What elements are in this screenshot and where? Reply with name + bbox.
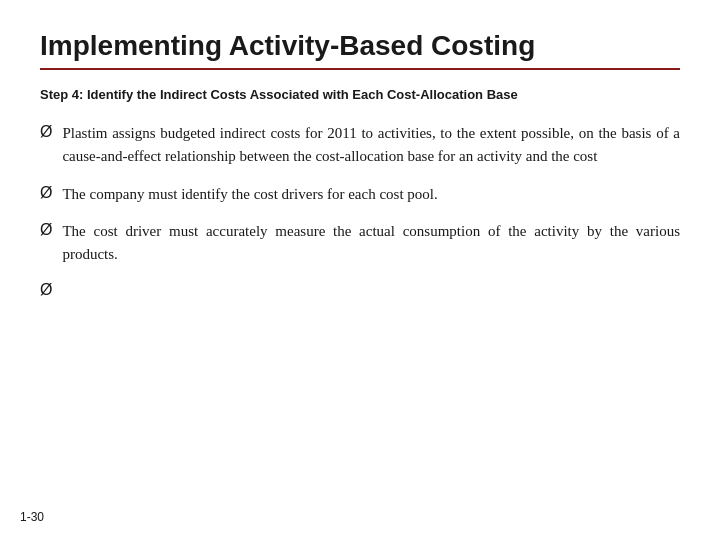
bullet-symbol-3: Ø: [40, 221, 52, 239]
bullet-symbol-2: Ø: [40, 184, 52, 202]
bullet-symbol-1: Ø: [40, 123, 52, 141]
bullet-symbol-4: Ø: [40, 281, 52, 299]
title-underline: [40, 68, 680, 70]
bullet-text-1: Plastim assigns budgeted indirect costs …: [62, 122, 680, 169]
bullet-text-2: The company must identify the cost drive…: [62, 183, 437, 206]
bullet-text-3: The cost driver must accurately measure …: [62, 220, 680, 267]
step-header: Step 4: Identify the Indirect Costs Asso…: [40, 86, 680, 104]
footer-page-number: 1-30: [20, 510, 44, 524]
bullet-item-4: Ø: [40, 280, 680, 299]
bullet-item-3: Ø The cost driver must accurately measur…: [40, 220, 680, 267]
bullet-item-2: Ø The company must identify the cost dri…: [40, 183, 680, 206]
slide-title: Implementing Activity-Based Costing: [40, 30, 680, 62]
slide: Implementing Activity-Based Costing Step…: [0, 0, 720, 540]
bullet-item-1: Ø Plastim assigns budgeted indirect cost…: [40, 122, 680, 169]
